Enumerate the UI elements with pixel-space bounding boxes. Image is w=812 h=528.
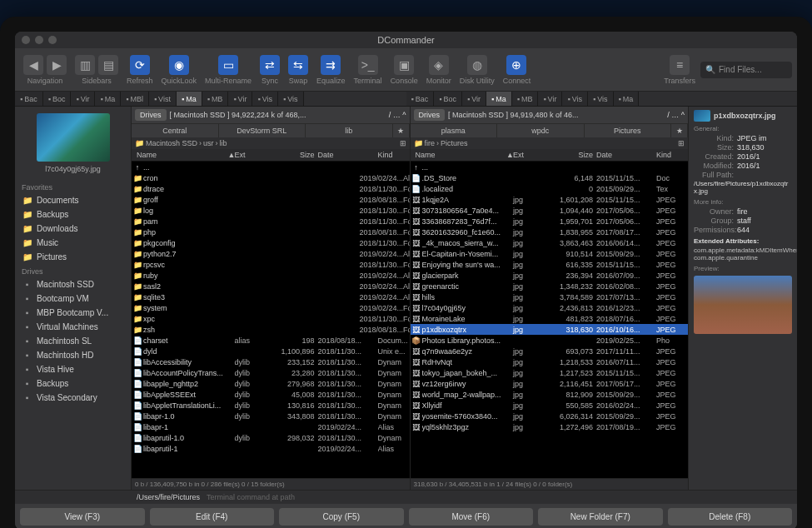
zoom-window[interactable] bbox=[48, 36, 57, 44]
file-row[interactable]: 📁log2018/11/30...Folder bbox=[132, 205, 410, 216]
breadcrumb[interactable]: 📁fire › Pictures⊞ bbox=[411, 137, 689, 149]
file-row[interactable]: 📄libapple_nghttp2dylib279,9682018/11/30.… bbox=[132, 378, 410, 389]
file-row[interactable]: 🖼33638687283_76d7f...jpg1,959,7012017/05… bbox=[411, 216, 689, 227]
breadcrumb[interactable]: 📁Macintosh SSD › usr › lib⊞ bbox=[132, 137, 410, 149]
file-row[interactable]: 📄.localized02015/09/29...Tex bbox=[411, 183, 689, 194]
file-row[interactable]: 🖼RdHvNqtjpg1,218,5332016/07/11...JPEG bbox=[411, 356, 689, 367]
file-row[interactable]: 📄libapr-12019/02/24...Alias bbox=[132, 421, 410, 432]
file-row[interactable]: 📄libaprutil-12019/02/24...Alias bbox=[132, 443, 410, 454]
minimize-window[interactable] bbox=[35, 36, 43, 44]
add-fav-button[interactable]: ★ bbox=[393, 124, 410, 137]
sidebar-item[interactable]: ▪Virtual Machines bbox=[15, 320, 131, 334]
sidebar-item[interactable]: 📁Documents bbox=[15, 193, 131, 207]
sidebar-item[interactable]: ▪MBP Bootcamp V... bbox=[15, 306, 131, 320]
file-row[interactable]: 🖼p1xdbxozqtrxjpg318,6302016/10/16...JPEG bbox=[411, 324, 689, 335]
tab[interactable]: ▪Ma bbox=[177, 92, 202, 106]
file-row[interactable]: 📄libaprutil-1.0dylib298,0322018/11/30...… bbox=[132, 432, 410, 443]
file-row[interactable]: 📁pkgconfig2018/11/30...Folder bbox=[132, 237, 410, 248]
file-row[interactable]: 🖼vz12erg6irwyjpg2,116,4512017/05/17...JP… bbox=[411, 378, 689, 389]
current-path[interactable]: /Users/fire/Pictures bbox=[137, 493, 200, 501]
tab[interactable]: ▪Vir bbox=[228, 92, 252, 106]
file-row[interactable]: 🖼MoraineLakejpg481,8232018/07/16...JPEG bbox=[411, 313, 689, 324]
file-list[interactable]: ↑...📄.DS_Store6,1482015/11/15...Doc📄.loc… bbox=[411, 162, 689, 478]
tab[interactable]: ▪Vir bbox=[71, 92, 95, 106]
footer-button[interactable]: New Folder (F7) bbox=[538, 508, 663, 526]
column-headers[interactable]: Name▲ Ext Size Date Kind bbox=[132, 149, 410, 162]
file-row[interactable]: 🖼tokyo_japan_bokeh_...jpg1,217,5232015/1… bbox=[411, 367, 689, 378]
bookmark-icon[interactable]: ⊞ bbox=[678, 139, 685, 147]
column-headers[interactable]: Name▲ Ext Size Date Kind bbox=[411, 149, 689, 162]
file-row[interactable]: 🖼1kqje2Ajpg1,601,2082015/11/15...JPEG bbox=[411, 194, 689, 205]
file-row[interactable]: 📄libapr-1.0dylib343,8082018/11/30...Dyna… bbox=[132, 411, 410, 421]
file-row[interactable]: 🖼yosemite-5760x3840...jpg6,026,3142015/0… bbox=[411, 411, 689, 421]
file-row[interactable]: 🖼Enjoying the sun's wa...jpg616,3352015/… bbox=[411, 259, 689, 270]
file-row[interactable]: 📄dyld1,100,8962018/11/30...Unix e... bbox=[132, 346, 410, 356]
fav-button[interactable]: DevStorm SRL bbox=[219, 124, 306, 137]
file-row[interactable]: 📁sasl22019/02/24...Alias bbox=[132, 281, 410, 291]
terminal-icon[interactable]: >_ bbox=[358, 55, 378, 75]
terminal-input[interactable]: Terminal command at path bbox=[207, 493, 792, 501]
tab[interactable]: ▪Boc bbox=[434, 92, 462, 106]
file-row[interactable]: 📁dtrace2018/11/30...Folder bbox=[132, 183, 410, 194]
file-row[interactable]: 🖼yql5skhlz3pgzjpg1,272,4962017/08/19...J… bbox=[411, 421, 689, 432]
file-row[interactable]: 📄charsetalias1982018/08/18...Docum... bbox=[132, 335, 410, 346]
tab[interactable]: ▪MB bbox=[512, 92, 539, 106]
tab[interactable]: ▪Vis bbox=[588, 92, 614, 106]
tab[interactable]: ▪Ma bbox=[486, 92, 512, 106]
file-row[interactable]: 🖼q7n9waa6e2yzjpg693,0732017/11/11...JPEG bbox=[411, 346, 689, 356]
file-row[interactable]: 📁sqlite32019/02/24...Alias bbox=[132, 291, 410, 302]
file-row[interactable]: ↑... bbox=[411, 162, 689, 172]
tab[interactable]: ▪Boc bbox=[43, 92, 72, 106]
file-row[interactable]: 🖼_4k_macos_sierra_w...jpg3,863,4632016/0… bbox=[411, 237, 689, 248]
file-row[interactable]: 📁php2018/08/18...Folder bbox=[132, 227, 410, 237]
drives-button[interactable]: Drives bbox=[414, 109, 446, 121]
file-row[interactable]: 📦Photos Library.photos...2019/02/25...Ph… bbox=[411, 335, 689, 346]
file-row[interactable]: 🖼30731806564_7a0e4...jpg1,094,4402017/05… bbox=[411, 205, 689, 216]
file-row[interactable]: 🖼world_map_2-wallpap...jpg812,9092015/09… bbox=[411, 389, 689, 400]
sidebar-item[interactable]: ▪Machintosh SL bbox=[15, 334, 131, 348]
connect-icon[interactable]: ⊕ bbox=[506, 55, 526, 75]
file-row[interactable]: 🖼Xllyidfjpg550,5852016/02/24...JPEG bbox=[411, 400, 689, 411]
footer-button[interactable]: Copy (F5) bbox=[279, 508, 404, 526]
search-input[interactable]: 🔍Find Files... bbox=[700, 62, 792, 78]
tab[interactable]: ▪Bac bbox=[406, 92, 435, 106]
sidebar-item[interactable]: 📁Music bbox=[15, 236, 131, 250]
close-window[interactable] bbox=[22, 36, 30, 44]
tab[interactable]: ▪Vist bbox=[149, 92, 177, 106]
sync-icon[interactable]: ⇄ bbox=[260, 55, 280, 75]
quicklook-icon[interactable]: ◉ bbox=[169, 55, 189, 75]
refresh-icon[interactable]: ⟳ bbox=[130, 55, 150, 75]
sidebar-item[interactable]: 📁Downloads bbox=[15, 222, 131, 236]
fav-button[interactable]: lib bbox=[306, 124, 393, 137]
equalize-icon[interactable]: ⇉ bbox=[321, 55, 341, 75]
file-row[interactable]: 📁pam2018/11/30...Folder bbox=[132, 216, 410, 227]
file-row[interactable]: 🖼El-Capitan-in-Yosemi...jpg910,5142015/0… bbox=[411, 248, 689, 259]
file-row[interactable]: 🖼l7c04y0gj65yjpg2,436,8132016/12/23...JP… bbox=[411, 302, 689, 313]
sidebar-thumbnail[interactable] bbox=[37, 113, 110, 162]
file-row[interactable]: 📁ruby2019/02/24...Alias bbox=[132, 270, 410, 281]
nav-controls[interactable]: / … ^ bbox=[667, 111, 685, 119]
bookmark-icon[interactable]: ⊞ bbox=[400, 139, 406, 147]
footer-button[interactable]: View (F3) bbox=[20, 508, 145, 526]
fav-button[interactable]: wpdc bbox=[497, 124, 585, 137]
file-row[interactable]: ↑... bbox=[132, 162, 410, 172]
file-row[interactable]: 📁groff2018/08/18...Folder bbox=[132, 194, 410, 205]
file-row[interactable]: 📁xpc2018/11/30...Folder bbox=[132, 313, 410, 324]
disk-util-icon[interactable]: ◍ bbox=[467, 55, 487, 75]
sidebar-item[interactable]: 📁Backups bbox=[15, 207, 131, 222]
file-row[interactable]: 🖼36201632960_fc1e60...jpg1,838,9552017/0… bbox=[411, 227, 689, 237]
file-row[interactable]: 📁cron2019/02/24...Alias bbox=[132, 172, 410, 183]
file-row[interactable]: 🖼hillsjpg3,784,5892017/07/13...JPEG bbox=[411, 291, 689, 302]
sidebar-item[interactable]: 📁Pictures bbox=[15, 250, 131, 264]
file-row[interactable]: 📁zsh2018/08/18...Folder bbox=[132, 324, 410, 335]
drives-button[interactable]: Drives bbox=[135, 109, 167, 121]
sidebar-item[interactable]: ▪Vista Hive bbox=[15, 362, 131, 376]
sidebar-right-icon[interactable]: ▤ bbox=[98, 55, 118, 75]
swap-icon[interactable]: ⇆ bbox=[288, 55, 308, 75]
tab[interactable]: ▪Vis bbox=[562, 92, 588, 106]
rename-icon[interactable]: ▭ bbox=[218, 55, 238, 75]
sidebar-item[interactable]: ▪Machintosh HD bbox=[15, 348, 131, 362]
file-row[interactable]: 📄libAccessibilitydylib233,1522018/11/30.… bbox=[132, 356, 410, 367]
file-row[interactable]: 📁python2.72019/02/24...Alias bbox=[132, 248, 410, 259]
tab[interactable]: ▪MB bbox=[202, 92, 229, 106]
